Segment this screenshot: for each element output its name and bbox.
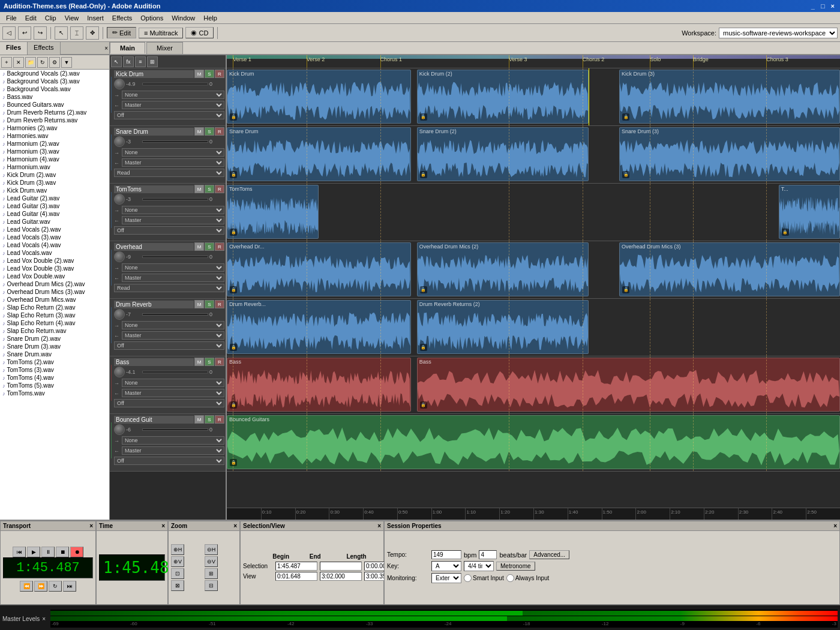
track-clip[interactable]: Bass🔒: [417, 358, 840, 412]
file-item[interactable]: ♪Snare Drum (2).wav: [0, 335, 109, 343]
file-item[interactable]: ♪Lead Vox Double (2).wav: [0, 257, 109, 265]
toolbar-open-btn[interactable]: ↩: [18, 26, 31, 40]
panel-refresh-btn[interactable]: ↻: [37, 57, 48, 68]
track-mute-btn[interactable]: M: [194, 127, 204, 136]
zoom-fit-btn[interactable]: ⊡: [171, 568, 184, 579]
zoom-out-v-btn[interactable]: ⊖V: [205, 556, 218, 567]
file-item[interactable]: ♪Slap Echo Return (3).wav: [0, 311, 109, 319]
track-vol-knob[interactable]: [114, 251, 125, 262]
track-name-input[interactable]: [114, 243, 194, 251]
transport-close[interactable]: ×: [89, 523, 93, 529]
track-name-input[interactable]: [114, 416, 194, 424]
mt-tool-fx[interactable]: fx: [123, 56, 134, 67]
zoom-in-v-btn[interactable]: ⊕V: [171, 556, 184, 567]
smart-input-label[interactable]: Smart Input: [464, 574, 504, 582]
track-fader[interactable]: [142, 198, 208, 200]
track-clip[interactable]: Overhead Drum Mics (3)🔒: [619, 242, 840, 296]
file-item[interactable]: ♪Harmonium (4).wav: [0, 155, 109, 163]
track-fader[interactable]: [142, 83, 208, 85]
file-item[interactable]: ♪Lead Guitar (2).wav: [0, 194, 109, 202]
track-mode-select[interactable]: Off: [114, 399, 224, 407]
file-item[interactable]: ♪Snare Drum.wav: [0, 350, 109, 358]
track-solo-btn[interactable]: S: [205, 127, 214, 136]
toolbar-new-btn[interactable]: ◁: [2, 26, 16, 40]
panel-delete-btn[interactable]: ✕: [13, 57, 24, 68]
track-solo-btn[interactable]: S: [205, 300, 214, 308]
track-mode-select[interactable]: Off: [114, 111, 224, 119]
transport-record-btn[interactable]: ⏺: [70, 547, 83, 557]
toolbar-save-btn[interactable]: ↪: [34, 26, 47, 40]
always-input-label[interactable]: Always Input: [506, 574, 550, 582]
file-item[interactable]: ♪Lead Vocals (4).wav: [0, 241, 109, 249]
file-item[interactable]: ♪Slap Echo Return (2).wav: [0, 304, 109, 311]
track-send-select[interactable]: None: [122, 263, 224, 272]
transport-pause-btn[interactable]: ⏸: [41, 547, 55, 557]
file-item[interactable]: ♪Harmonies (2).wav: [0, 124, 109, 132]
track-rec-btn[interactable]: R: [215, 185, 224, 193]
track-send-select[interactable]: None: [122, 436, 224, 445]
cd-mode-btn[interactable]: ◉ CD: [185, 27, 214, 38]
track-color-strip[interactable]: [111, 250, 112, 286]
file-item[interactable]: ♪Kick Drum (3).wav: [0, 179, 109, 187]
track-send-select[interactable]: None: [122, 91, 224, 99]
toolbar-cursor-btn[interactable]: ↖: [55, 26, 68, 40]
toolbar-move-btn[interactable]: ✥: [86, 26, 99, 40]
minimize-btn[interactable]: _: [809, 2, 817, 10]
file-item[interactable]: ♪Harmonium (2).wav: [0, 140, 109, 148]
file-item[interactable]: ♪Lead Vox Double.wav: [0, 272, 109, 280]
track-solo-btn[interactable]: S: [205, 185, 214, 193]
panel-close-btn[interactable]: ×: [104, 45, 108, 52]
file-item[interactable]: ♪Kick Drum (2).wav: [0, 171, 109, 179]
zoom-close[interactable]: ×: [233, 523, 237, 529]
track-output-select[interactable]: Master: [122, 101, 224, 109]
view-begin-input[interactable]: [275, 572, 317, 581]
track-rec-btn[interactable]: R: [215, 70, 224, 78]
transport-rew-btn[interactable]: ⏪: [20, 581, 33, 592]
file-item[interactable]: ♪Background Vocals (2).wav: [0, 70, 109, 77]
track-output-select[interactable]: Master: [122, 446, 224, 455]
file-item[interactable]: ♪Drum Reverb Returns (2).wav: [0, 109, 109, 116]
track-clip[interactable]: Drum Reverb...🔒: [227, 300, 411, 354]
file-item[interactable]: ♪Kick Drum.wav: [0, 187, 109, 194]
menu-help[interactable]: Help: [200, 14, 221, 22]
menu-window[interactable]: Window: [168, 14, 199, 22]
track-name-input[interactable]: [114, 70, 194, 78]
track-rec-btn[interactable]: R: [215, 358, 224, 366]
track-solo-btn[interactable]: S: [205, 415, 214, 424]
session-close[interactable]: ×: [833, 523, 837, 529]
track-mute-btn[interactable]: M: [194, 358, 204, 366]
transport-stop-btn[interactable]: ⏹: [56, 547, 69, 557]
view-end-input[interactable]: [320, 572, 362, 581]
track-mode-select[interactable]: Off: [114, 457, 224, 465]
maximize-btn[interactable]: □: [819, 2, 827, 10]
track-color-strip[interactable]: [111, 365, 112, 401]
track-output-select[interactable]: Master: [122, 274, 224, 282]
track-name-input[interactable]: [114, 185, 194, 193]
beats-per-bar-input[interactable]: [479, 550, 497, 559]
tempo-input[interactable]: [431, 550, 461, 559]
track-rec-btn[interactable]: R: [215, 127, 224, 136]
track-send-select[interactable]: None: [122, 321, 224, 329]
track-clip[interactable]: Overhead Dr...🔒: [227, 242, 411, 296]
file-item[interactable]: ♪Background Vocals.wav: [0, 85, 109, 93]
zoom-in-h-btn[interactable]: ⊕H: [171, 544, 184, 555]
advanced-btn[interactable]: Advanced...: [529, 550, 569, 559]
track-clip[interactable]: Overhead Drum Mics (2)🔒: [417, 242, 589, 296]
multitrack-mode-btn[interactable]: ≡ Multitrack: [139, 28, 183, 38]
file-item[interactable]: ♪Harmonium (3).wav: [0, 148, 109, 155]
menu-edit[interactable]: Edit: [22, 14, 40, 22]
track-send-select[interactable]: None: [122, 148, 224, 157]
file-item[interactable]: ♪Overhead Drum Mics.wav: [0, 296, 109, 304]
track-name-input[interactable]: [114, 301, 194, 308]
track-color-strip[interactable]: [111, 77, 112, 113]
key-select[interactable]: A: [431, 561, 461, 571]
file-item[interactable]: ♪Lead Vocals (3).wav: [0, 233, 109, 241]
file-item[interactable]: ♪Background Vocals (3).wav: [0, 77, 109, 85]
metronome-btn[interactable]: Metronome: [496, 562, 535, 571]
track-vol-knob[interactable]: [114, 136, 125, 147]
track-clip[interactable]: Kick Drum (2)🔒: [417, 70, 589, 124]
panel-settings-btn[interactable]: ⚙: [49, 57, 60, 68]
transport-rtstart-btn[interactable]: ⏮: [13, 547, 26, 557]
tracks-scroll-area[interactable]: Kick Drum🔒Kick Drum (2)🔒Kick Drum (3)🔒Sn…: [227, 68, 840, 508]
track-solo-btn[interactable]: S: [205, 70, 214, 78]
